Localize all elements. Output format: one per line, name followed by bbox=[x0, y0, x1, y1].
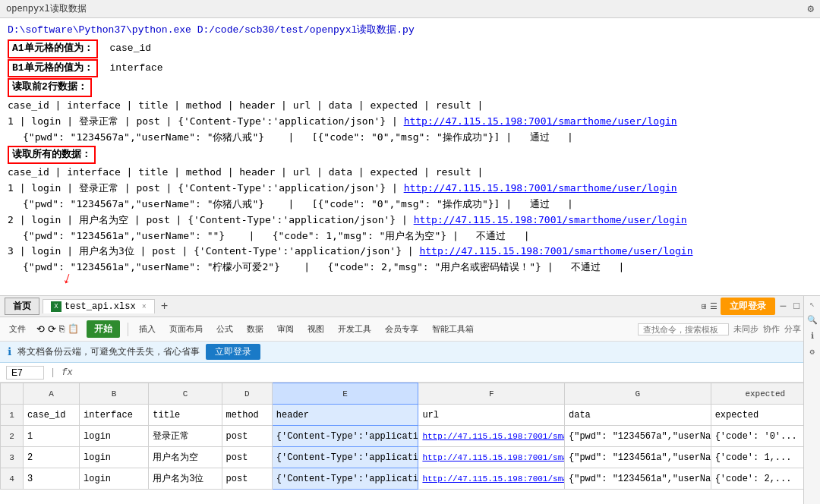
share-btn[interactable]: 分享 bbox=[784, 323, 801, 335]
row-num-1: 1 bbox=[1, 405, 24, 426]
cell-4D[interactable]: post bbox=[222, 468, 272, 490]
tab-close-icon[interactable]: × bbox=[142, 303, 147, 311]
redo-icon[interactable]: ⟳ bbox=[48, 323, 56, 335]
cell-3B[interactable]: login bbox=[80, 447, 149, 468]
a1-value: case_id bbox=[109, 43, 151, 54]
tab-add-icon[interactable]: + bbox=[158, 300, 172, 313]
cell-2A[interactable]: 1 bbox=[24, 426, 80, 447]
notification-text: 将文档备份云端，可避免文件丢失，省心省事 bbox=[17, 345, 200, 358]
col-header-F[interactable]: F bbox=[418, 383, 565, 405]
b1-line: B1单元格的值为： interface bbox=[8, 59, 812, 78]
col-header-E[interactable]: E bbox=[272, 383, 418, 405]
file-menu-btn[interactable]: 文件 bbox=[6, 322, 29, 336]
sync-btn[interactable]: 未同步 bbox=[733, 323, 758, 335]
cell-4E[interactable]: {'Content-Type':'application/json'} bbox=[272, 468, 418, 490]
toolbar-sep-1 bbox=[128, 323, 128, 336]
cell-2E[interactable]: {'Content-Type':'application/json'} bbox=[272, 426, 418, 447]
fx-label: fx bbox=[62, 367, 72, 378]
b1-value: interface bbox=[109, 62, 162, 74]
col-header-empty bbox=[1, 383, 24, 405]
tab-home-label: 首页 bbox=[13, 300, 31, 313]
table-row-1-data: 1 | login | 登录正常 | post | {'Content-Type… bbox=[8, 114, 812, 130]
cell-2B[interactable]: login bbox=[80, 426, 149, 447]
login-now-button[interactable]: 立即登录 bbox=[206, 344, 260, 360]
col-header-A[interactable]: A bbox=[24, 383, 80, 405]
toolbar-file-group: 文件 bbox=[6, 322, 29, 336]
all-table-header: case_id | interface | title | method | h… bbox=[8, 165, 812, 181]
smart-btn[interactable]: 智能工具箱 bbox=[429, 322, 477, 336]
readall-label: 读取所有的数据： bbox=[8, 146, 96, 165]
all-row-2-data2: {"pwd": "1234561a","userName": ""} | {"c… bbox=[8, 228, 812, 244]
cell-4G[interactable]: {"pwd": "1234561a","userName": "柠檬小可爱2"} bbox=[565, 468, 711, 490]
cell-4F[interactable]: http://47.115.15.198:7001/smarthome/user… bbox=[418, 468, 565, 490]
copy-icon[interactable]: ⎘ bbox=[59, 324, 65, 335]
layout-btn[interactable]: 页面布局 bbox=[166, 322, 206, 336]
review-btn[interactable]: 审阅 bbox=[274, 322, 297, 336]
excel-file-icon: X bbox=[51, 301, 62, 312]
a1-line: A1单元格的值为： case_id bbox=[8, 39, 812, 58]
cell-3D[interactable]: post bbox=[222, 447, 272, 468]
col-header-B[interactable]: B bbox=[80, 383, 149, 405]
cell-3G[interactable]: {"pwd": "1234561a","userName": ""} bbox=[565, 447, 711, 468]
cell-1C[interactable]: title bbox=[149, 405, 222, 426]
formula-btn[interactable]: 公式 bbox=[213, 322, 236, 336]
view-btn[interactable]: 视图 bbox=[304, 322, 327, 336]
login-button[interactable]: 立即登录 bbox=[721, 298, 775, 315]
excel-window: 首页 X test_api.xlsx × + ⊞ ☰ 立即登录 ─ □ ✕ 文件… bbox=[0, 296, 820, 504]
cell-4A[interactable]: 3 bbox=[24, 468, 80, 490]
excel-tabbar[interactable]: 首页 X test_api.xlsx × + ⊞ ☰ 立即登录 ─ □ ✕ bbox=[0, 296, 820, 317]
table-header-2rows: case_id | interface | title | method | h… bbox=[8, 98, 812, 114]
terminal-title: openpyxl读取数据 bbox=[6, 2, 87, 15]
undo-icon[interactable]: ⟲ bbox=[36, 323, 45, 335]
data-btn[interactable]: 数据 bbox=[244, 322, 266, 336]
tab-home[interactable]: 首页 bbox=[5, 298, 39, 315]
start-button[interactable]: 开始 bbox=[87, 320, 120, 338]
member-btn[interactable]: 会员专享 bbox=[382, 322, 421, 336]
cell-1D[interactable]: method bbox=[222, 405, 272, 426]
toolbar-right: 未同步 协作 分享 ⋮ bbox=[638, 323, 814, 335]
cell-2G[interactable]: {"pwd": "1234567a","userName": "你猪八戒"} bbox=[565, 426, 711, 447]
cell-2C[interactable]: 登录正常 bbox=[149, 426, 222, 447]
formula-bar: | fx bbox=[0, 363, 820, 383]
maximize-icon[interactable]: □ bbox=[791, 301, 802, 312]
row-num-2: 2 bbox=[1, 426, 24, 447]
search-input[interactable] bbox=[638, 323, 729, 335]
cell-1A[interactable]: case_id bbox=[24, 405, 80, 426]
tab-grid-icon[interactable]: ⊞ bbox=[702, 301, 707, 311]
col-header-D[interactable]: D bbox=[222, 383, 272, 405]
minimize-icon[interactable]: ─ bbox=[778, 301, 789, 312]
cell-1E[interactable]: header bbox=[272, 405, 418, 426]
table-row: 1 case_id interface title method header … bbox=[1, 405, 820, 426]
cell-4B[interactable]: login bbox=[80, 468, 149, 490]
terminal-window: openpyxl读取数据 ⚙ D:\software\Python37\pyth… bbox=[0, 0, 820, 296]
col-header-G[interactable]: G bbox=[565, 383, 711, 405]
terminal-titlebar: openpyxl读取数据 ⚙ bbox=[0, 0, 820, 18]
cell-2D[interactable]: post bbox=[222, 426, 272, 447]
cell-2F[interactable]: http://47.115.15.198:7001/smarthome/user… bbox=[418, 426, 565, 447]
insert-btn[interactable]: 插入 bbox=[136, 322, 159, 336]
dev-btn[interactable]: 开发工具 bbox=[335, 322, 374, 336]
tab-list-icon[interactable]: ☰ bbox=[710, 301, 718, 311]
cell-3F[interactable]: http://47.115.15.198:7001/smarthome/user… bbox=[418, 447, 565, 468]
cell-3E[interactable]: {'Content-Type':'application/json'} bbox=[272, 447, 418, 468]
readall-line: 读取所有的数据： bbox=[8, 146, 812, 165]
cell-1B[interactable]: interface bbox=[80, 405, 149, 426]
read2-label: 读取前2行数据： bbox=[8, 78, 92, 97]
tab-file-label: test_api.xlsx bbox=[65, 301, 136, 312]
cell-3C[interactable]: 用户名为空 bbox=[149, 447, 222, 468]
settings-icon[interactable]: ⚙ bbox=[808, 2, 814, 15]
terminal-content: D:\software\Python37\python.exe D:/code/… bbox=[0, 18, 820, 280]
cell-4C[interactable]: 用户名为3位 bbox=[149, 468, 222, 490]
col-header-C[interactable]: C bbox=[149, 383, 222, 405]
excel-toolbar: 文件 ⟲ ⟳ ⎘ 📋 开始 插入 页面布局 公式 数据 审阅 视图 开发工具 会… bbox=[0, 317, 820, 342]
paste-icon[interactable]: 📋 bbox=[68, 323, 79, 335]
formula-input[interactable] bbox=[79, 367, 814, 378]
cell-reference-input[interactable] bbox=[6, 366, 44, 380]
all-row-1-data2: {"pwd": "1234567a","userName": "你猪八戒"} |… bbox=[8, 197, 812, 213]
cell-3A[interactable]: 2 bbox=[24, 447, 80, 468]
all-row-3-data2: {"pwd": "1234561a","userName": "柠檬小可爱2"}… bbox=[8, 260, 812, 276]
cell-1F[interactable]: url bbox=[418, 405, 565, 426]
collab-btn[interactable]: 协作 bbox=[763, 323, 780, 335]
cell-1G[interactable]: data bbox=[565, 405, 711, 426]
tab-file[interactable]: X test_api.xlsx × bbox=[43, 299, 155, 313]
